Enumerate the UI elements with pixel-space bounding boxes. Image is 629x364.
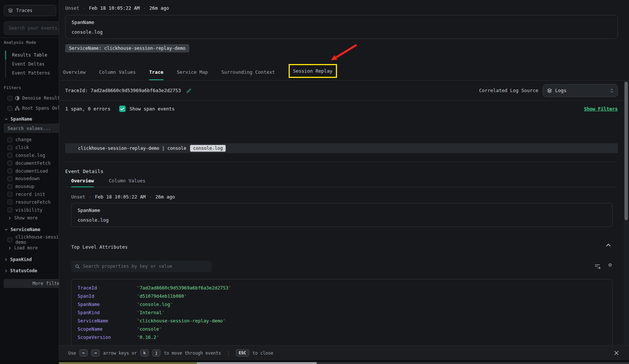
key-j: j [152, 349, 161, 357]
divider [65, 162, 618, 162]
checkbox[interactable] [7, 137, 12, 142]
waterfall-label: clickhouse-session-replay-demo | console [78, 146, 186, 151]
divider [0, 37, 59, 38]
checkbox[interactable] [7, 184, 12, 189]
checkbox[interactable] [7, 169, 12, 173]
event-search-input[interactable]: Search your events... [4, 21, 59, 35]
filter-option[interactable]: documentFetch [0, 159, 59, 167]
checkbox[interactable] [7, 176, 12, 181]
filter-option[interactable]: visibility [0, 206, 59, 214]
filter-option-label: resourceFetch [15, 200, 51, 205]
filter-option[interactable]: record init [0, 191, 59, 198]
filter-option-label: record init [15, 192, 45, 197]
checkbox[interactable] [7, 96, 12, 101]
attribute-row[interactable]: SpanKind"Internal" [78, 309, 606, 317]
span-card-label: SpanName [72, 19, 611, 25]
tab-surrounding-context[interactable]: Surrounding Context [222, 59, 275, 80]
denoise-toggle[interactable]: Denoise Results [0, 94, 59, 102]
tab-overview[interactable]: Overview [63, 59, 85, 80]
filter-option[interactable]: resourceFetch [0, 198, 59, 206]
chevron-down-icon [4, 228, 8, 231]
checkbox[interactable] [7, 106, 12, 111]
spanname-options: changeclickconsole.logdocumentFetchdocum… [0, 136, 59, 214]
bottom-edge-strip [0, 360, 629, 364]
span-name-card-details: SpanName console.log [71, 203, 613, 227]
statuscode-section-header[interactable]: StatusCode [0, 268, 59, 273]
tab-column-values[interactable]: Column Values [99, 59, 136, 80]
highlight-box: Session Replay [289, 64, 337, 78]
load-more-link[interactable]: Load more [8, 245, 59, 251]
key-left-arrow: ← [79, 349, 88, 357]
analysis-mode-label: Analysis Mode [4, 40, 36, 45]
tab-trace[interactable]: Trace [149, 59, 163, 80]
gear-icon[interactable]: ⚙ [608, 262, 612, 268]
filter-option[interactable]: mouseup [0, 183, 59, 191]
log-source-select[interactable]: Logs [543, 84, 618, 97]
tab-session-replay[interactable]: Session Replay [289, 59, 337, 80]
filter-option[interactable]: change [0, 136, 59, 144]
collapse-icon[interactable] [606, 243, 611, 247]
ed-tab-column-values[interactable]: Column Values [109, 176, 145, 187]
key-right-arrow: → [91, 349, 100, 357]
checkbox[interactable] [7, 200, 12, 204]
show-span-events-checkbox[interactable] [119, 106, 126, 112]
strip-segment [197, 362, 317, 364]
spanname-section-header[interactable]: SpanName [0, 116, 59, 122]
tab-service-map[interactable]: Service Map [177, 59, 208, 80]
show-more-link[interactable]: Show more [8, 215, 59, 221]
attribute-row[interactable]: ScopeName"console" [78, 325, 606, 333]
scrollbar-thumb[interactable] [625, 82, 628, 220]
filter-option[interactable]: mousedown [0, 175, 59, 183]
checkbox[interactable] [7, 161, 12, 166]
checkbox[interactable] [7, 237, 12, 242]
attributes-table: TraceId"7ad2ad8660c9d53969a6bf6a3e2d2753… [78, 284, 606, 342]
attribute-row[interactable]: SpanName"console.log" [78, 300, 606, 309]
spanname-value-search[interactable]: Search values... [4, 124, 59, 133]
show-span-events-label: Show span events [129, 106, 174, 112]
service-option[interactable]: clickhouse-session-replay-demo [0, 236, 59, 244]
source-selector[interactable]: Traces [4, 5, 56, 16]
attribute-row[interactable]: ServiceName"clickhouse-session-replay-de… [78, 317, 606, 325]
checkbox[interactable] [7, 207, 12, 212]
analysis-item-event-patterns[interactable]: Event Patterns [5, 69, 59, 78]
span-card-value: console.log [72, 29, 611, 35]
attribute-search-input[interactable]: Search properties by key or value [71, 261, 212, 272]
source-label: Traces [16, 8, 32, 13]
strip-segment [59, 362, 197, 364]
close-icon[interactable] [614, 350, 619, 356]
trace-waterfall-row[interactable]: clickhouse-session-replay-demo | console… [65, 143, 618, 153]
filter-option-label: mouseup [15, 184, 34, 189]
checkbox[interactable] [7, 192, 12, 197]
service-option-label: clickhouse-session-replay-demo [15, 234, 59, 245]
servicename-section-header[interactable]: ServiceName [0, 227, 59, 232]
chevron-updown-icon [610, 88, 614, 93]
root-spans-toggle[interactable]: Root Spans Only [0, 104, 59, 112]
chevron-right-icon [8, 246, 11, 250]
search-icon [75, 264, 80, 269]
app-screen: Traces Search your events... Analysis Mo… [0, 0, 629, 364]
attribute-row[interactable]: TraceId"7ad2ad8660c9d53969a6bf6a3e2d2753… [78, 284, 606, 292]
key-k: k [140, 349, 149, 357]
checkbox[interactable] [7, 153, 12, 158]
spankind-section-header[interactable]: SpanKind [0, 257, 59, 262]
sidebar: Traces Search your events... Analysis Mo… [0, 0, 59, 360]
event-header: Unset · Feb 18 10:05:22 AM · 26m ago [65, 5, 169, 11]
show-filters-link[interactable]: Show Filters [584, 106, 618, 112]
analysis-item-results-table[interactable]: Results Table [5, 51, 59, 60]
filter-option-label: documentFetch [15, 161, 51, 166]
attribute-row[interactable]: SpanId"d51079d4eb11b080" [78, 292, 606, 300]
checkbox[interactable] [7, 145, 12, 150]
analysis-item-event-deltas[interactable]: Event Deltas [5, 60, 59, 69]
ed-tab-overview[interactable]: Overview [71, 176, 94, 187]
top-level-attributes-title: Top Level Attributes [71, 244, 128, 250]
event-panel: Unset · Feb 18 10:05:22 AM · 26m ago Spa… [59, 0, 629, 360]
filter-sort-icon[interactable] [595, 264, 601, 269]
attribute-row[interactable]: ScopeVersion"0.16.2" [78, 333, 606, 342]
check-icon [120, 107, 124, 110]
service-name-chip[interactable]: ServiceName: clickhouse-session-replay-d… [65, 44, 189, 52]
edit-icon[interactable] [186, 88, 192, 93]
more-filters-button[interactable]: More filters [4, 279, 59, 288]
filter-option[interactable]: documentLoad [0, 167, 59, 175]
filter-option[interactable]: console.log [0, 152, 59, 160]
filter-option[interactable]: click [0, 144, 59, 152]
